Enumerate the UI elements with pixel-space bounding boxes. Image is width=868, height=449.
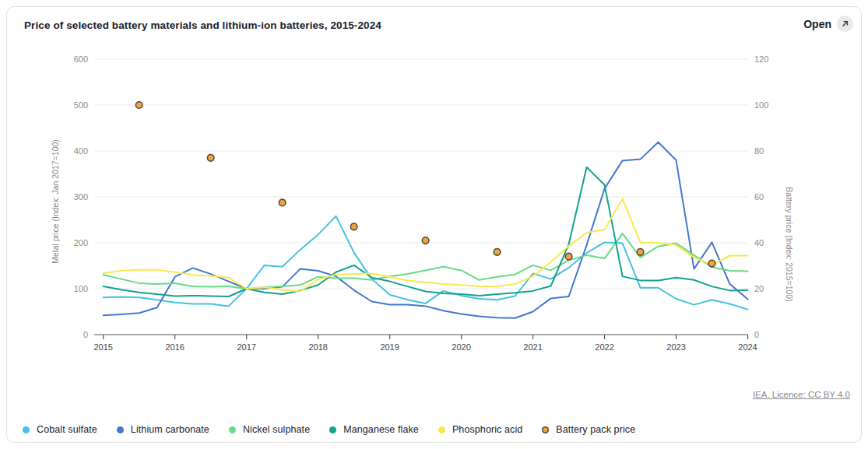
svg-text:100: 100 bbox=[754, 100, 768, 110]
svg-text:2017: 2017 bbox=[237, 342, 255, 352]
svg-text:2016: 2016 bbox=[165, 342, 184, 352]
series-line-manganese bbox=[104, 167, 748, 296]
legend-item[interactable]: Battery pack price bbox=[542, 424, 635, 435]
legend-label: Nickel sulphate bbox=[243, 424, 310, 435]
legend: Cobalt sulfate Lithium carbonate Nickel … bbox=[23, 424, 635, 435]
svg-text:2024: 2024 bbox=[738, 342, 757, 352]
svg-text:40: 40 bbox=[754, 238, 764, 247]
battery-pack-point bbox=[422, 237, 429, 244]
left-axis-label: Metal price (Index: Jan 2017=100) bbox=[51, 139, 60, 264]
battery-pack-point bbox=[279, 199, 286, 206]
legend-label: Battery pack price bbox=[556, 424, 635, 435]
svg-text:600: 600 bbox=[74, 54, 88, 64]
svg-text:0: 0 bbox=[83, 330, 88, 339]
svg-text:300: 300 bbox=[74, 192, 88, 202]
svg-text:2021: 2021 bbox=[523, 342, 542, 352]
legend-item[interactable]: Phosphoric acid bbox=[438, 424, 522, 435]
legend-item[interactable]: Manganese flake bbox=[329, 424, 419, 435]
battery-pack-point bbox=[350, 223, 357, 230]
battery-pack-point bbox=[637, 249, 644, 256]
licence-link[interactable]: IEA. Licence: CC BY 4.0 bbox=[753, 390, 850, 399]
svg-text:2018: 2018 bbox=[308, 342, 327, 352]
svg-text:60: 60 bbox=[754, 192, 764, 202]
svg-text:2022: 2022 bbox=[595, 342, 613, 352]
svg-text:500: 500 bbox=[74, 100, 88, 110]
legend-item[interactable]: Nickel sulphate bbox=[229, 424, 310, 435]
svg-text:20: 20 bbox=[754, 284, 764, 293]
svg-text:2015: 2015 bbox=[93, 342, 112, 352]
legend-dot-icon bbox=[329, 426, 336, 433]
series-line-phosphoric bbox=[104, 198, 748, 291]
svg-text:200: 200 bbox=[74, 238, 88, 247]
svg-text:2019: 2019 bbox=[380, 342, 399, 352]
svg-text:120: 120 bbox=[754, 54, 768, 64]
chart-svg: 0100200300400500600020406080100120201520… bbox=[7, 7, 863, 373]
svg-text:2020: 2020 bbox=[452, 342, 470, 352]
right-axis-label: Battery price (Index: 2015=100) bbox=[785, 187, 794, 301]
legend-dot-icon bbox=[229, 426, 236, 433]
battery-pack-point bbox=[135, 102, 142, 109]
chart-card: Price of selected battery materials and … bbox=[6, 6, 862, 443]
legend-dot-icon bbox=[542, 426, 549, 433]
battery-pack-point bbox=[494, 249, 501, 256]
legend-label: Lithium carbonate bbox=[131, 424, 209, 435]
battery-pack-point bbox=[207, 155, 214, 162]
svg-text:400: 400 bbox=[74, 146, 88, 156]
legend-dot-icon bbox=[438, 426, 445, 433]
legend-item[interactable]: Lithium carbonate bbox=[117, 424, 209, 435]
battery-pack-point bbox=[565, 253, 572, 260]
svg-text:80: 80 bbox=[754, 146, 764, 156]
battery-pack-point bbox=[708, 260, 715, 267]
legend-dot-icon bbox=[23, 426, 30, 433]
svg-text:100: 100 bbox=[74, 284, 88, 293]
svg-text:2023: 2023 bbox=[666, 342, 685, 352]
svg-text:0: 0 bbox=[754, 330, 759, 339]
legend-label: Phosphoric acid bbox=[452, 424, 522, 435]
legend-label: Manganese flake bbox=[343, 424, 419, 435]
legend-item[interactable]: Cobalt sulfate bbox=[23, 424, 97, 435]
legend-label: Cobalt sulfate bbox=[37, 424, 97, 435]
legend-dot-icon bbox=[117, 426, 124, 433]
